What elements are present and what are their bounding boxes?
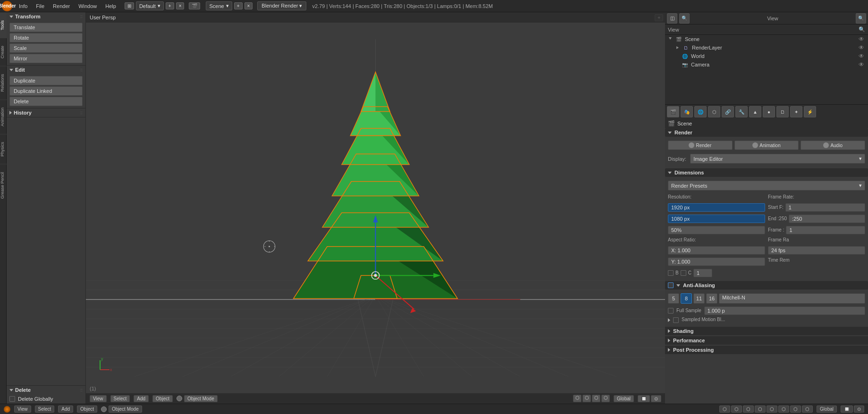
- prop-tab-constraint[interactable]: 🔗: [722, 106, 734, 117]
- render-audio-btn[interactable]: Audio: [801, 141, 865, 150]
- status-icon-8[interactable]: ⬡: [802, 406, 813, 413]
- duplicate-linked-button[interactable]: Duplicate Linked: [9, 86, 83, 96]
- aspect-y-field[interactable]: Y: 1.000: [668, 257, 765, 266]
- delete-globally-checkbox[interactable]: [9, 396, 15, 402]
- start-frame-field[interactable]: 1: [785, 203, 865, 212]
- frame-num-field[interactable]: 1: [693, 269, 712, 277]
- prop-tab-data[interactable]: ▲: [749, 106, 761, 117]
- status-icon-2[interactable]: ⬡: [731, 406, 742, 413]
- frame-step-field[interactable]: 1: [786, 226, 865, 234]
- left-tab-create[interactable]: Create: [0, 38, 7, 66]
- status-icon-4[interactable]: ⬡: [755, 406, 766, 413]
- proportional-btn[interactable]: ⊙: [651, 395, 661, 402]
- status-add-btn[interactable]: Add: [58, 406, 73, 413]
- scene-selector[interactable]: Scene ▾: [206, 1, 232, 10]
- left-tab-grease-pencil[interactable]: Grease Pencil: [0, 164, 7, 207]
- status-object-btn[interactable]: Object: [77, 406, 97, 413]
- scene-icon-btn[interactable]: 🎬: [189, 2, 200, 9]
- select-menu-btn[interactable]: Select: [110, 395, 130, 402]
- status-icon-1[interactable]: ⬡: [719, 406, 730, 413]
- menu-help[interactable]: Help: [101, 2, 120, 10]
- resolution-x-field[interactable]: 1920 px: [668, 203, 765, 212]
- resolution-y-field[interactable]: 1080 px: [668, 215, 765, 223]
- left-tab-physics[interactable]: Physics: [0, 134, 7, 164]
- rp-find-btn2[interactable]: 🔍: [856, 13, 866, 24]
- scene-add-btn[interactable]: +: [234, 2, 243, 9]
- object-mode-btn[interactable]: Object Mode: [184, 395, 218, 402]
- aa-num-8[interactable]: 8: [681, 293, 692, 304]
- snap-btn[interactable]: 🔲: [638, 395, 650, 402]
- status-view-btn[interactable]: View: [14, 406, 31, 413]
- left-tab-animation[interactable]: Animation: [0, 99, 7, 134]
- translate-button[interactable]: Translate: [9, 23, 83, 32]
- aa-num-11[interactable]: 11: [693, 293, 705, 304]
- view-menu-btn[interactable]: View: [90, 395, 107, 402]
- status-icon-6[interactable]: ⬡: [778, 406, 789, 413]
- menu-window[interactable]: Window: [75, 2, 101, 10]
- prop-tab-modifier[interactable]: 🔧: [735, 106, 748, 117]
- end-frame-field[interactable]: :250: [789, 215, 865, 223]
- transform-header[interactable]: Transform ::: [7, 12, 85, 21]
- status-select-btn[interactable]: Select: [35, 406, 55, 413]
- wire-shading-btn[interactable]: ⬡: [582, 395, 591, 402]
- outliner-item-world[interactable]: 🌐 World 👁: [665, 52, 868, 60]
- scene-close-btn[interactable]: ×: [244, 2, 253, 9]
- camera-eye-icon[interactable]: 👁: [859, 61, 864, 68]
- prop-tab-object[interactable]: ⬡: [708, 106, 720, 117]
- texture-shading-btn[interactable]: ⬡: [601, 395, 610, 402]
- prop-tab-physics[interactable]: ⚡: [804, 106, 816, 117]
- delete-button[interactable]: Delete: [9, 97, 83, 106]
- b-checkbox[interactable]: [668, 270, 674, 276]
- add-menu-btn[interactable]: Add: [134, 395, 149, 402]
- transform-drag-handle[interactable]: ::: [80, 14, 83, 19]
- aa-num-5[interactable]: 5: [668, 293, 679, 304]
- scale-button[interactable]: Scale: [9, 43, 83, 53]
- workspace-selector[interactable]: Default ▾: [136, 1, 164, 10]
- rotate-button[interactable]: Rotate: [9, 33, 83, 42]
- workspace-icon-btn[interactable]: ⊞: [125, 2, 134, 9]
- shading-section-header[interactable]: Shading: [665, 327, 868, 335]
- prop-tab-texture[interactable]: 🗋: [776, 106, 789, 117]
- status-snap-btn[interactable]: 🔲: [841, 406, 853, 413]
- prop-tab-particle[interactable]: ✦: [790, 106, 802, 117]
- resolution-pct-field[interactable]: 50%: [668, 226, 765, 234]
- aa-checkbox[interactable]: [668, 282, 674, 288]
- prop-tab-world[interactable]: 🌐: [694, 106, 707, 117]
- menu-info[interactable]: Info: [15, 2, 31, 10]
- aa-filter-field[interactable]: Mitchell-N: [719, 293, 865, 304]
- solid-shading-btn[interactable]: ⬡: [573, 395, 581, 402]
- aspect-x-field[interactable]: X: 1.000: [668, 246, 765, 255]
- prop-tab-material[interactable]: ●: [763, 106, 775, 117]
- full-sample-checkbox[interactable]: [668, 308, 674, 314]
- status-icon-5[interactable]: ⬡: [767, 406, 777, 413]
- left-tab-tools[interactable]: Tools: [0, 12, 7, 38]
- menu-file[interactable]: File: [32, 2, 48, 10]
- display-value[interactable]: Image Editor ▾: [690, 154, 865, 164]
- sampled-motion-checkbox[interactable]: [673, 317, 679, 323]
- prop-tab-scene[interactable]: 🎭: [681, 106, 693, 117]
- rp-find-btn[interactable]: 🔍: [679, 13, 690, 24]
- post-processing-section-header[interactable]: Post Processing: [665, 346, 868, 354]
- workspace-add-btn[interactable]: +: [166, 2, 174, 9]
- outliner-item-camera[interactable]: 📷 Camera 👁: [665, 60, 868, 69]
- global-btn[interactable]: Global: [614, 395, 634, 402]
- delete-drag-handle[interactable]: ::: [80, 388, 83, 392]
- left-tab-relations[interactable]: Relations: [0, 66, 7, 99]
- status-prop-btn[interactable]: ⊙: [854, 406, 864, 413]
- outliner-item-scene[interactable]: 🎬 Scene 👁: [665, 35, 868, 43]
- full-sample-val[interactable]: 1.000 p: [704, 306, 865, 315]
- history-drag-handle[interactable]: ::: [80, 110, 83, 115]
- aa-section-header[interactable]: Anti-Aliasing: [665, 281, 868, 290]
- status-icon-7[interactable]: ⬡: [790, 406, 801, 413]
- edit-drag-handle[interactable]: ::: [80, 67, 83, 72]
- fps-field[interactable]: 24 fps: [768, 246, 865, 255]
- render-presets-dropdown[interactable]: Render Presets ▾: [668, 181, 865, 190]
- render-section-header[interactable]: Render: [665, 128, 868, 137]
- viewport-canvas[interactable]: x y: [86, 23, 665, 393]
- performance-section-header[interactable]: Performance: [665, 336, 868, 345]
- viewport[interactable]: User Persp: [86, 12, 665, 404]
- status-mode-btn[interactable]: Object Mode: [109, 406, 142, 413]
- world-eye-icon[interactable]: 👁: [859, 53, 864, 59]
- render-image-btn[interactable]: Render: [668, 141, 733, 150]
- object-menu-btn[interactable]: Object: [152, 395, 173, 402]
